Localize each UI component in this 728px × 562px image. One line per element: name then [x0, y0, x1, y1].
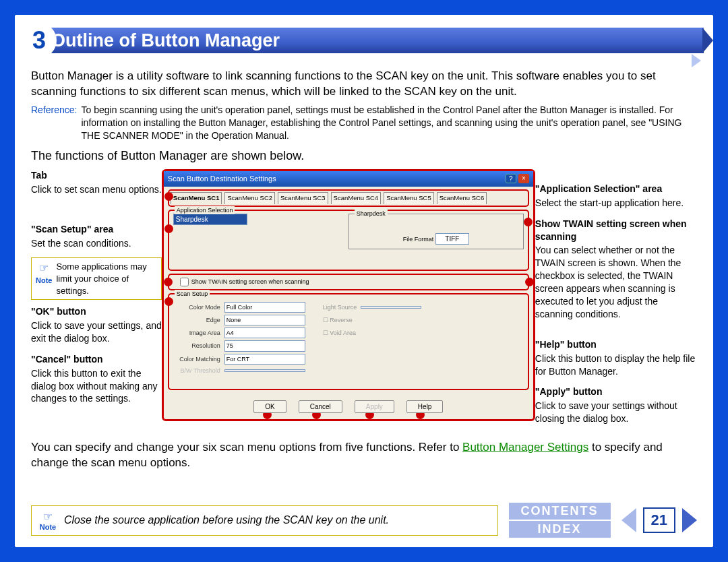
callout-twain: Show TWAIN setting screen when scanning … [535, 218, 697, 321]
index-link[interactable]: INDEX [509, 521, 611, 538]
tab-sc2[interactable]: ScanMenu SC2 [224, 192, 275, 204]
tabs-row: ScanMenu SC1 ScanMenu SC2 ScanMenu SC3 S… [171, 192, 526, 204]
color-mode-dropdown[interactable]: Full Color [224, 302, 305, 313]
twain-checkbox[interactable] [180, 278, 189, 286]
app-dropdown[interactable]: Sharpdesk [173, 214, 247, 226]
image-area-dropdown[interactable]: A4 [224, 327, 305, 338]
cancel-button[interactable]: Cancel [299, 400, 342, 413]
reference-label: Reference: [31, 104, 77, 142]
subheading: The functions of Button Manager are show… [31, 148, 697, 164]
twain-checkbox-row: Show TWAIN setting screen when scanning [168, 274, 529, 290]
file-format-dropdown[interactable]: TIFF [435, 233, 469, 245]
resolution-dropdown[interactable]: 75 [224, 340, 305, 351]
tab-sc6[interactable]: ScanMenu SC6 [437, 192, 487, 204]
light-source-dropdown[interactable] [361, 306, 421, 309]
tab-sc5[interactable]: ScanMenu SC5 [384, 192, 434, 204]
callout-tab: Tab Click to set scan menu options. [31, 169, 162, 196]
callout-cancel: "Cancel" button Click this button to exi… [31, 353, 162, 406]
window-title: Scan Button Destination Settings [168, 174, 276, 184]
next-page-arrow-icon[interactable] [682, 508, 697, 532]
after-text: You can specify and change your six scan… [15, 433, 713, 471]
help-icon[interactable]: ? [506, 174, 516, 183]
bw-threshold [224, 369, 305, 372]
callout-app-selection: "Application Selection" area Select the … [535, 183, 697, 210]
tab-sc3[interactable]: ScanMenu SC3 [278, 192, 328, 204]
title-arrow [702, 28, 713, 53]
dialog-window: Scan Button Destination Settings ? × Sca… [162, 169, 535, 421]
pointing-hand-icon: ☞ [38, 510, 57, 523]
callout-scan-setup: "Scan Setup" area Set the scan condition… [31, 223, 162, 250]
tab-sc1[interactable]: ScanMenu SC1 [171, 192, 222, 204]
button-manager-settings-link[interactable]: Button Manager Settings [462, 441, 588, 454]
reference-text: To begin scanning using the unit's opera… [77, 104, 697, 142]
application-selection-group: Application Selection Sharpdesk Sharpdes… [168, 210, 529, 272]
scan-setup-group: Scan Setup Color ModeFull ColorLight Sou… [168, 293, 529, 390]
contents-link[interactable]: CONTENTS [509, 503, 611, 520]
help-button[interactable]: Help [406, 400, 444, 413]
ok-button[interactable]: OK [253, 400, 286, 413]
close-icon[interactable]: × [518, 174, 529, 183]
intro-text: Button Manager is a utility software to … [31, 69, 697, 100]
apply-button[interactable]: Apply [355, 400, 394, 413]
callout-apply: "Apply" button Click to save your settin… [535, 385, 697, 425]
chapter-number: 3 [22, 23, 57, 58]
page-number: 21 [643, 507, 675, 533]
corner-arrow-icon [692, 54, 701, 67]
callout-help: "Help" button Click this button to displ… [535, 338, 697, 378]
page-title: Outline of Button Manager [39, 28, 704, 53]
pointing-hand-icon: ☞ [36, 261, 52, 276]
note-box: ☞ Note Some applications may limit your … [31, 257, 162, 300]
edge-dropdown[interactable]: None [224, 315, 305, 325]
footer-note: ☞ Note Close the source application befo… [31, 505, 498, 536]
colormatch-dropdown[interactable]: For CRT [224, 354, 305, 365]
prev-page-arrow-icon[interactable] [621, 508, 636, 532]
tab-sc4[interactable]: ScanMenu SC4 [331, 192, 382, 204]
callout-ok: "OK" button Click to save your settings,… [31, 305, 162, 345]
